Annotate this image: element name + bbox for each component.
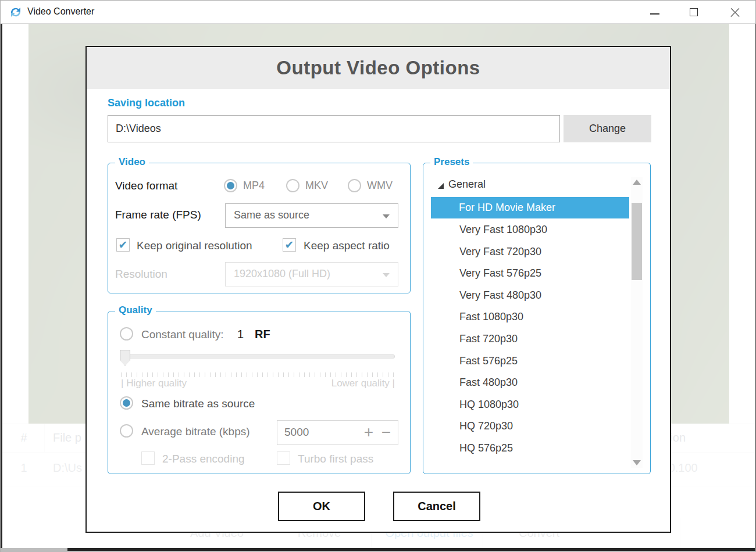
resolution-select: 1920x1080 (Full HD): [225, 262, 398, 286]
turbo-first-pass-label: Turbo first pass: [298, 453, 373, 465]
ok-button[interactable]: OK: [278, 492, 365, 521]
constant-quality-radio[interactable]: [120, 327, 133, 340]
quality-slider-track[interactable]: [121, 354, 395, 359]
constant-quality-unit: RF: [255, 328, 270, 341]
saving-location-label: Saving location: [108, 97, 185, 109]
maximize-button[interactable]: [681, 1, 708, 23]
frame-rate-select[interactable]: Same as source: [225, 203, 398, 228]
tree-expand-icon[interactable]: [438, 183, 444, 189]
same-bitrate-label: Same bitrate as source: [141, 397, 255, 410]
quality-slider-thumb[interactable]: [120, 350, 130, 366]
minus-icon[interactable]: −: [381, 420, 391, 445]
average-bitrate-input[interactable]: 5000 + −: [277, 420, 398, 445]
preset-item-selected[interactable]: For HD Movie Maker: [431, 197, 629, 218]
lower-quality-label: Lower quality |: [331, 378, 395, 389]
app-window: Video Converter # File p ration 1 D:\Us …: [0, 0, 756, 552]
output-video-options-dialog: Output Video Options Saving location Cha…: [85, 46, 671, 533]
turbo-first-pass-checkbox: [277, 451, 290, 465]
saving-location-input[interactable]: [108, 115, 560, 142]
app-icon: [9, 5, 23, 19]
preset-item[interactable]: HQ 576p25: [423, 438, 633, 460]
radio-icon: [348, 179, 361, 192]
plus-icon[interactable]: +: [364, 420, 373, 445]
scrollbar-thumb[interactable]: [632, 203, 642, 280]
preset-item[interactable]: Very Fast 720p30: [423, 241, 633, 263]
constant-quality-label: Constant quality:: [141, 328, 224, 341]
constant-quality-value: 1: [237, 328, 244, 341]
resolution-label: Resolution: [115, 268, 167, 281]
higher-quality-label: | Higher quality: [121, 378, 187, 389]
radio-icon: [286, 179, 299, 192]
average-bitrate-label: Average bitrate (kbps): [141, 425, 250, 438]
dialog-title: Output Video Options: [87, 47, 670, 89]
presets-section-legend: Presets: [430, 156, 473, 168]
video-section: Video Video format MP4 MKV WMV Frame rat…: [108, 163, 411, 293]
preset-item[interactable]: Very Fast 576p25: [423, 263, 633, 285]
keep-aspect-checkbox[interactable]: ✔: [283, 238, 296, 252]
preset-item[interactable]: Fast 720p30: [423, 328, 633, 350]
same-bitrate-radio[interactable]: [120, 396, 133, 410]
video-section-legend: Video: [115, 156, 149, 168]
preset-item[interactable]: Fast 1080p30: [423, 306, 633, 328]
frame-rate-label: Frame rate (FPS): [115, 209, 201, 221]
bitrate-value: 5000: [284, 426, 309, 439]
format-radio-mp4[interactable]: MP4: [224, 179, 265, 192]
format-radio-mkv[interactable]: MKV: [286, 179, 328, 192]
maximize-icon: [690, 8, 698, 16]
presets-section: Presets General For HD Movie Maker Very …: [423, 163, 651, 474]
close-button[interactable]: [722, 1, 748, 23]
preset-item[interactable]: HQ 1080p30: [423, 394, 633, 416]
dialog-header: Output Video Options: [87, 47, 670, 89]
two-pass-checkbox: [141, 451, 155, 465]
scroll-down-icon[interactable]: [633, 460, 641, 465]
quality-section: Quality Constant quality: 1 RF | Higher …: [108, 311, 411, 474]
radio-icon: [224, 179, 237, 192]
chevron-down-icon: [383, 273, 390, 277]
chevron-down-icon: [383, 214, 390, 218]
title-bar: Video Converter: [1, 1, 756, 24]
preset-item[interactable]: Fast 576p25: [423, 350, 633, 372]
preset-list: Very Fast 1080p30 Very Fast 720p30 Very …: [423, 219, 633, 460]
keep-resolution-checkbox[interactable]: ✔: [116, 238, 130, 252]
preset-item[interactable]: HQ 720p30: [423, 415, 633, 438]
minimize-icon: [650, 13, 659, 15]
slider-tick-marks: [121, 372, 395, 377]
cancel-button[interactable]: Cancel: [393, 492, 480, 521]
preset-item[interactable]: Fast 480p30: [423, 372, 633, 394]
window-title: Video Converter: [27, 6, 94, 17]
preset-item[interactable]: Very Fast 1080p30: [423, 219, 633, 241]
video-format-label: Video format: [115, 180, 177, 192]
preset-item[interactable]: Very Fast 480p30: [423, 285, 633, 307]
preset-group-general[interactable]: General: [448, 178, 486, 191]
quality-section-legend: Quality: [115, 304, 156, 316]
average-bitrate-radio[interactable]: [120, 424, 133, 438]
keep-aspect-label: Keep aspect ratio: [304, 239, 390, 252]
change-location-button[interactable]: Change: [564, 115, 651, 142]
presets-scrollbar[interactable]: [631, 177, 643, 468]
minimize-button[interactable]: [641, 1, 668, 23]
format-radio-wmv[interactable]: WMV: [348, 179, 393, 192]
two-pass-label: 2-Pass encoding: [162, 453, 245, 465]
scroll-up-icon[interactable]: [633, 180, 641, 185]
keep-resolution-label: Keep original resolution: [137, 239, 252, 252]
